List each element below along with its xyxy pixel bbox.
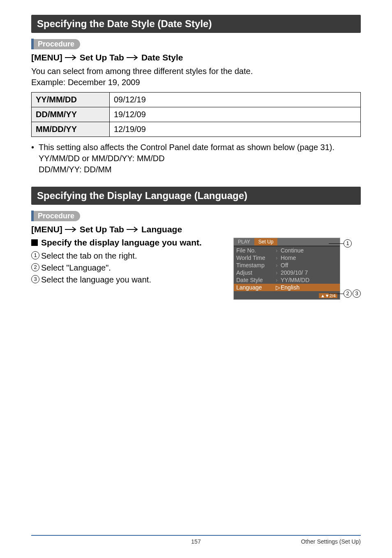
- callout-line: [329, 294, 344, 294]
- camera-menu-row-selected: Language▷English: [234, 284, 340, 291]
- section-title-language: Specifying the Display Language (Languag…: [31, 187, 361, 205]
- step-item: 2Select "Language".: [31, 262, 224, 274]
- circled-number-icon: 2: [344, 289, 352, 298]
- page-footer: 157 Other Settings (Set Up): [31, 535, 361, 545]
- camera-menu-row: World Time›Home: [234, 254, 340, 262]
- table-format-cell: DD/MM/YY: [32, 107, 110, 122]
- camera-menu-row: Adjust›2009/10/ 7: [234, 269, 340, 276]
- chevron-right-icon: ›: [276, 247, 281, 254]
- procedure-badge: Procedure: [31, 39, 361, 49]
- camera-tab-play: PLAY: [234, 238, 254, 245]
- crumb-target: Date Style: [141, 53, 183, 63]
- square-bullet-icon: [31, 239, 38, 246]
- procedure-badge: Procedure: [31, 211, 361, 221]
- chevron-right-icon: ›: [276, 277, 281, 283]
- camera-menu-figure: PLAY Set Up File No.›Continue World Time…: [233, 238, 361, 300]
- two-column-layout: Specify the display language you want. 1…: [31, 238, 361, 300]
- page: Specifying the Date Style (Date Style) P…: [0, 0, 392, 558]
- callout-line: [329, 243, 344, 244]
- note-line: DD/MM/YY: DD/MM: [39, 164, 112, 175]
- table-row: MM/DD/YY 12/19/09: [32, 122, 361, 137]
- note-line: YY/MM/DD or MM/DD/YY: MM/DD: [39, 153, 165, 164]
- chevron-right-icon: ▷: [276, 284, 281, 291]
- bullet-dot: •: [31, 142, 39, 153]
- circled-number-icon: 3: [31, 275, 39, 283]
- note-line: This setting also affects the Control Pa…: [39, 142, 334, 153]
- procedure-label: Procedure: [34, 211, 80, 221]
- crumb-target: Language: [141, 225, 182, 234]
- arrow-right-icon: [127, 227, 139, 232]
- procedure-label: Procedure: [34, 39, 80, 49]
- crumb-setup: Set Up Tab: [80, 225, 124, 234]
- desc-line: You can select from among three differen…: [31, 66, 361, 77]
- circled-number-icon: 3: [353, 289, 361, 298]
- arrow-right-icon: [65, 55, 77, 60]
- camera-menu-row: Timestamp›Off: [234, 262, 340, 269]
- chevron-right-icon: ›: [276, 262, 281, 269]
- arrow-right-icon: [65, 227, 77, 232]
- table-row: DD/MM/YY 19/12/09: [32, 107, 361, 122]
- note-block: • This setting also affects the Control …: [31, 142, 361, 175]
- chevron-right-icon: ›: [276, 269, 281, 276]
- table-format-cell: YY/MM/DD: [32, 93, 110, 107]
- circled-number-icon: 1: [344, 239, 352, 248]
- table-row: YY/MM/DD 09/12/19: [32, 93, 361, 107]
- crumb-setup: Set Up Tab: [80, 53, 124, 63]
- description: You can select from among three differen…: [31, 66, 361, 88]
- page-number: 157: [191, 538, 201, 545]
- left-column: Specify the display language you want. 1…: [31, 238, 224, 286]
- circled-number-icon: 2: [31, 263, 39, 271]
- section-title-date-style: Specifying the Date Style (Date Style): [31, 15, 361, 33]
- table-example-cell: 09/12/19: [110, 93, 361, 107]
- sub-heading-text: Specify the display language you want.: [41, 238, 202, 248]
- circled-number-icon: 1: [31, 251, 39, 259]
- table-format-cell: MM/DD/YY: [32, 122, 110, 137]
- footer-section-name: Other Settings (Set Up): [301, 538, 361, 545]
- camera-tabs: PLAY Set Up: [234, 238, 340, 245]
- breadcrumb-date-style: [MENU] Set Up Tab Date Style: [31, 53, 361, 63]
- desc-line: Example: December 19, 2009: [31, 77, 361, 88]
- step-text: Select "Language".: [41, 262, 111, 274]
- camera-menu-footer: ▲▼2/4: [234, 291, 340, 299]
- callout-1: 1: [329, 239, 352, 248]
- camera-menu: PLAY Set Up File No.›Continue World Time…: [233, 238, 340, 300]
- sub-heading: Specify the display language you want.: [31, 238, 224, 248]
- chevron-right-icon: ›: [276, 255, 281, 261]
- step-text: Select the tab on the right.: [41, 250, 137, 262]
- step-item: 3Select the language you want.: [31, 274, 224, 286]
- table-example-cell: 12/19/09: [110, 122, 361, 137]
- callout-2-3: 2 3: [329, 289, 361, 298]
- camera-menu-row: Date Style›YY/MM/DD: [234, 276, 340, 284]
- step-item: 1Select the tab on the right.: [31, 250, 224, 262]
- camera-menu-row: File No.›Continue: [234, 247, 340, 254]
- table-example-cell: 19/12/09: [110, 107, 361, 122]
- arrow-right-icon: [127, 55, 139, 60]
- crumb-menu: [MENU]: [31, 53, 62, 63]
- date-format-table: YY/MM/DD 09/12/19 DD/MM/YY 19/12/09 MM/D…: [31, 92, 361, 137]
- step-text: Select the language you want.: [41, 274, 151, 286]
- crumb-menu: [MENU]: [31, 225, 62, 234]
- camera-tab-setup: Set Up: [254, 238, 278, 245]
- breadcrumb-language: [MENU] Set Up Tab Language: [31, 225, 361, 234]
